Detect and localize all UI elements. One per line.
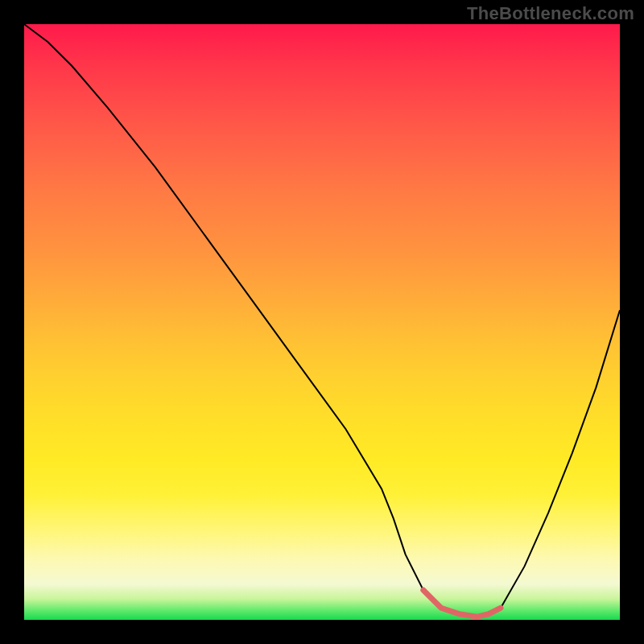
chart-svg: [24, 24, 620, 620]
plot-area: [24, 24, 620, 620]
watermark-text: TheBottleneck.com: [467, 3, 634, 24]
chart-frame: TheBottleneck.com: [0, 0, 644, 644]
highlight-segment: [423, 590, 501, 617]
curve-line: [24, 24, 620, 617]
